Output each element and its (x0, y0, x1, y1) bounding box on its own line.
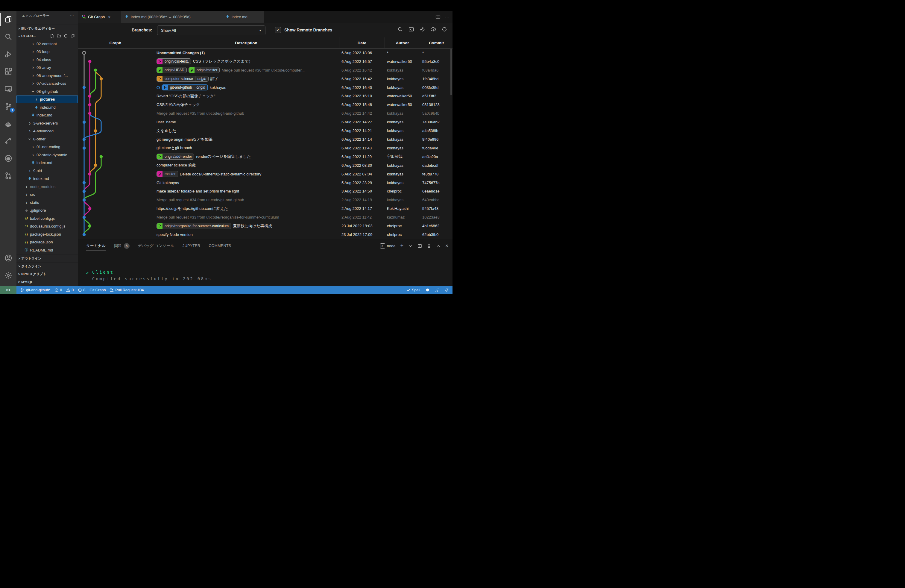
tree-item-07-advanced-css[interactable]: ❯07-advanced-css (16, 79, 78, 88)
tree-item-05-array[interactable]: ❯05-array (16, 64, 78, 72)
redo-tool-icon[interactable] (0, 132, 16, 150)
collapse-folders-icon[interactable] (71, 34, 75, 38)
new-folder-icon[interactable] (57, 34, 61, 38)
branch-badge[interactable]: master (157, 171, 178, 177)
panel-tab-COMMENTS[interactable]: COMMENTS (209, 239, 231, 253)
commit-row[interactable]: Uncommitted Changes (1)6 Aug 2022 18:06*… (78, 49, 452, 57)
github-icon[interactable] (0, 150, 16, 167)
tree-item-4-advanced[interactable]: ❯4-advanced (16, 127, 78, 135)
feedback-item[interactable] (435, 288, 439, 292)
commit-row[interactable]: user_name6 Aug 2022 14:27kokhayas7e306ab… (78, 118, 452, 126)
tree-item-8-other[interactable]: ❯8-other (16, 135, 78, 143)
kill-terminal-icon[interactable] (427, 244, 431, 248)
commit-row[interactable]: Revert "CSSの節の画像チェック"6 Aug 2022 16:10wat… (78, 92, 452, 100)
tree-item-babel-config-js[interactable]: Bbabel.config.js (16, 215, 78, 222)
tree-item-02-static-dynamic[interactable]: ❯02-static-dynamic (16, 151, 78, 159)
show-remote-checkbox[interactable]: ✓ (275, 27, 281, 33)
commit-row[interactable]: git cloneとgit branch6 Aug 2022 11:43kokh… (78, 144, 452, 153)
tree-item-package-json[interactable]: {}package.json (16, 238, 78, 246)
sidebar-section-タイムライン[interactable]: >タイムライン (16, 262, 78, 270)
split-editor-icon[interactable] (435, 14, 441, 19)
notifications-item[interactable] (445, 288, 449, 292)
docker-icon[interactable] (0, 115, 16, 132)
tree-item-08-git-github[interactable]: ❯08-git-github (16, 87, 78, 95)
branch-item[interactable]: git-and-github* (21, 288, 50, 292)
errors-item[interactable]: 0 (54, 288, 62, 292)
commit-row[interactable]: Git kokhayas5 Aug 2022 23:29kokhayas7475… (78, 178, 452, 187)
git-graph-item[interactable]: Git Graph (89, 288, 106, 292)
github-item[interactable] (426, 288, 430, 292)
tree-item-index-md[interactable]: index.md (16, 103, 78, 111)
tab-index-md[interactable]: index.md (222, 11, 264, 23)
editor-more-icon[interactable]: ⋯ (445, 14, 449, 20)
workspace-section-header[interactable]: ⌄ UTCOD... (16, 32, 78, 39)
terminal-instance[interactable]: > node (380, 243, 395, 248)
commit-row[interactable]: make sidebar foldable and set prism them… (78, 187, 452, 196)
run-debug-icon[interactable] (0, 46, 16, 63)
spell-item[interactable]: Spell (406, 288, 420, 292)
open-editors-section[interactable]: >開いているエディター (16, 25, 78, 32)
commit-row[interactable]: computer science 俯瞰6 Aug 2022 08:30kokha… (78, 161, 452, 170)
branch-badge[interactable]: origin/master (189, 67, 220, 73)
terminal-dropdown-icon[interactable] (408, 244, 413, 248)
sidebar-section-MYSQL[interactable]: >MYSQL (16, 278, 78, 286)
remote-indicator[interactable]: >< (0, 286, 16, 294)
explorer-icon[interactable] (0, 11, 16, 28)
tree-item-index-md[interactable]: index.md (16, 111, 78, 119)
gear-icon[interactable] (419, 26, 426, 33)
tree-item-pictures[interactable]: ❯pictures (16, 95, 78, 103)
commit-row[interactable]: Merge pull request #34 from ut-code/git-… (78, 195, 452, 204)
tab-git-graph[interactable]: Git Graph× (78, 11, 121, 23)
branch-badge[interactable]: origin/reorganize-for-summer-curriculum (157, 223, 231, 229)
new-file-icon[interactable] (50, 34, 54, 38)
commit-row[interactable]: origin/reorganize-for-summer-curriculum夏… (78, 222, 452, 230)
settings-gear-icon[interactable] (0, 267, 16, 284)
tree-item-docusaurus-config-js[interactable]: JSdocusaurus.config.js (16, 222, 78, 230)
cloud-download-icon[interactable] (430, 26, 437, 33)
info-item[interactable]: 8 (78, 288, 85, 292)
panel-tab-ターミナル[interactable]: ターミナル (86, 239, 106, 253)
tree-item-02-constant[interactable]: ❯02-constant (16, 40, 78, 48)
tree-item-04-class[interactable]: ❯04-class (16, 56, 78, 64)
tree-item-node-modules[interactable]: ❯node_modules (16, 183, 78, 191)
close-tab-icon[interactable]: × (108, 15, 110, 19)
tree-item-readme-md[interactable]: ⓘREADME.md (16, 246, 78, 254)
commit-row[interactable]: CSSの節の画像チェック6 Aug 2022 15:48waterwalker5… (78, 100, 452, 109)
tree-item-9-old[interactable]: ❯9-old (16, 167, 78, 175)
extensions-icon[interactable] (0, 63, 16, 80)
branch-badge[interactable]: git-and-githuborigin (162, 84, 208, 91)
remote-explorer-icon[interactable] (0, 80, 16, 98)
commit-row[interactable]: Merge pull request #35 from ut-code/git-… (78, 109, 452, 118)
tree-item-package-lock-json[interactable]: {}package-lock.json (16, 230, 78, 238)
branches-select[interactable]: Show All ▼ (157, 25, 265, 35)
split-terminal-icon[interactable] (418, 244, 422, 248)
commit-row[interactable]: origin/css-test1CSS（フレックスボックスまで）6 Aug 20… (78, 57, 452, 66)
sidebar-section-NPM スクリプト[interactable]: >NPM スクリプト (16, 270, 78, 278)
pull-request-icon[interactable] (0, 167, 16, 184)
commit-row[interactable]: masterDelete docs/8-other/02-static-dyna… (78, 170, 452, 178)
commit-row[interactable]: specify Node version23 Jul 2022 17:09che… (78, 230, 452, 239)
close-panel-icon[interactable]: × (445, 243, 448, 249)
commit-row[interactable]: https://.co.jpをhttps://github.comに変えた2 A… (78, 204, 452, 213)
branch-badge[interactable]: origin/HEAD (157, 67, 187, 73)
branch-badge[interactable]: origin/add-render (157, 154, 194, 160)
pull-request-item[interactable]: Pull Request #34 (110, 288, 144, 292)
table-scrollbar[interactable] (450, 49, 452, 95)
tree-item-01-not-coding[interactable]: ❯01-not-coding (16, 143, 78, 151)
panel-tab-JUPYTER[interactable]: JUPYTER (183, 239, 200, 253)
commit-row[interactable]: git-and-githuboriginkokhayas6 Aug 2022 1… (78, 83, 452, 92)
tab-index-md-003fe35d-003fe35d-[interactable]: index.md (003fe35d^ ↔ 003fe35d) (121, 11, 222, 23)
sidebar-more-icon[interactable]: ⋯ (70, 13, 74, 18)
tree-item-3-web-servers[interactable]: ❯3-web-servers (16, 119, 78, 127)
panel-tab-デバッグ コンソール[interactable]: デバッグ コンソール (138, 239, 174, 253)
search-icon[interactable] (397, 26, 403, 33)
branch-badge[interactable]: computer-scienceorigin (157, 76, 209, 82)
new-terminal-icon[interactable]: + (400, 243, 404, 249)
commit-row[interactable]: git merge origin mainなどを加筆6 Aug 2022 14:… (78, 135, 452, 144)
sidebar-section-アウトライン[interactable]: >アウトライン (16, 254, 78, 262)
warnings-item[interactable]: 0 (66, 288, 74, 292)
panel-tab-問題[interactable]: 問題8 (114, 239, 130, 253)
commit-row[interactable]: computer-scienceorigin誤字6 Aug 2022 16:42… (78, 75, 452, 83)
search-icon[interactable] (0, 28, 16, 46)
tree-item-index-md[interactable]: index.md (16, 159, 78, 167)
